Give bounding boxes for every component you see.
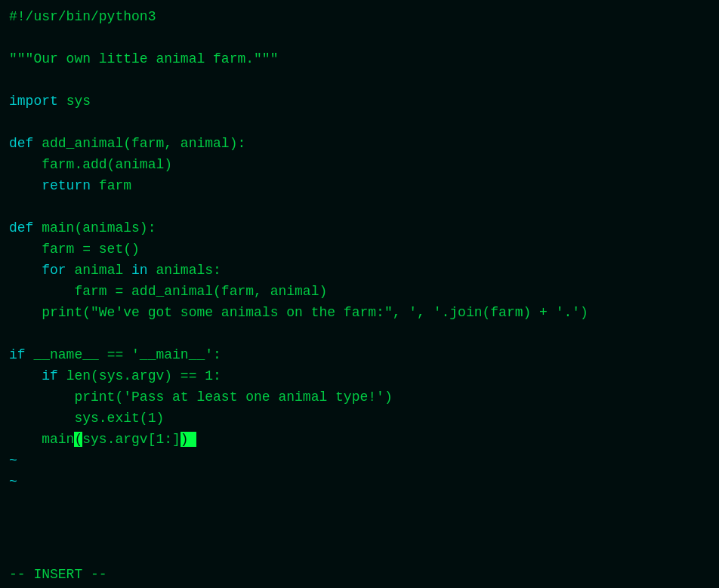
code-line-6 <box>9 112 710 133</box>
code-line-9: return farm <box>9 175 710 196</box>
code-line-14: farm = add_animal(farm, animal) <box>9 281 710 302</box>
vim-editor[interactable]: #!/usr/bin/python3 """Our own little ani… <box>0 0 719 588</box>
code-line-19: print('Pass at least one animal type!') <box>9 386 710 408</box>
code-line-16 <box>9 323 710 344</box>
vim-status-bar: -- INSERT -- <box>0 561 719 588</box>
code-line-11: def main(animals): <box>9 217 710 239</box>
code-line-3: """Our own little animal farm.""" <box>9 48 710 69</box>
code-line-17: if __name__ == '__main__': <box>9 344 710 365</box>
code-line-1: #!/usr/bin/python3 <box>9 6 710 27</box>
code-line-20: sys.exit(1) <box>9 408 710 429</box>
vim-mode-indicator: -- INSERT -- <box>9 567 107 582</box>
code-line-4 <box>9 69 710 91</box>
code-line-13: for animal in animals: <box>9 260 710 281</box>
code-line-10 <box>9 196 710 217</box>
code-line-23: ~ <box>9 471 710 492</box>
code-line-22: ~ <box>9 450 710 471</box>
code-line-8: farm.add(animal) <box>9 154 710 175</box>
code-line-7: def add_animal(farm, animal): <box>9 133 710 154</box>
code-line-2 <box>9 27 710 48</box>
code-line-12: farm = set() <box>9 239 710 260</box>
code-line-21: main(sys.argv[1:]) <box>9 429 710 450</box>
code-line-5: import sys <box>9 91 710 112</box>
code-line-15: print("We've got some animals on the far… <box>9 302 710 323</box>
code-line-18: if len(sys.argv) == 1: <box>9 365 710 386</box>
